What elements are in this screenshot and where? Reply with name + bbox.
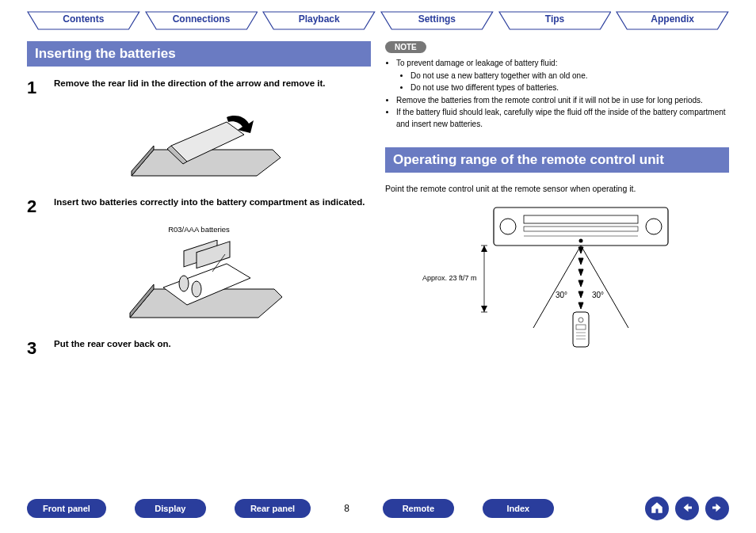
- section-heading-range: Operating range of the remote control un…: [385, 147, 729, 173]
- svg-point-7: [179, 276, 189, 291]
- illustration-insert-batteries: [108, 240, 290, 327]
- svg-marker-21: [578, 247, 583, 253]
- step-text: Remove the rear lid in the direction of …: [54, 78, 371, 90]
- range-instruction: Point the remote control unit at the rem…: [385, 184, 729, 193]
- step-text: Insert two batteries correctly into the …: [54, 196, 371, 209]
- tab-label: Connections: [145, 13, 258, 25]
- left-column: Inserting the batteries 1 Remove the rea…: [27, 41, 371, 367]
- note-sub-item: Do not use two different types of batter…: [410, 82, 729, 94]
- next-page-button[interactable]: [705, 497, 729, 520]
- step-2: 2 Insert two batteries correctly into th…: [27, 196, 371, 217]
- tab-label: Appendix: [616, 13, 729, 25]
- nav-remote[interactable]: Remote: [383, 499, 454, 518]
- note-badge: NOTE: [385, 41, 426, 53]
- svg-marker-24: [578, 280, 583, 287]
- tab-label: Playback: [262, 13, 376, 25]
- svg-marker-37: [481, 306, 487, 312]
- tab-label: Contents: [27, 13, 140, 25]
- prev-page-button[interactable]: [675, 497, 699, 520]
- nav-index[interactable]: Index: [483, 499, 554, 518]
- svg-point-18: [579, 239, 583, 243]
- bottom-nav-bar: Front panel Display Rear panel 8 Remote …: [27, 497, 729, 520]
- svg-point-9: [192, 281, 201, 297]
- note-list: To prevent damage or leakage of battery …: [385, 58, 729, 130]
- step-number: 3: [27, 338, 43, 359]
- arrow-right-icon: [710, 501, 724, 516]
- tab-settings[interactable]: Settings: [380, 11, 494, 30]
- step-3: 3 Put the rear cover back on.: [27, 338, 371, 359]
- distance-label: Approx. 23 ft/7 m: [422, 274, 477, 282]
- right-column: NOTE To prevent damage or leakage of bat…: [385, 41, 729, 367]
- note-sub-item: Do not use a new battery together with a…: [410, 70, 729, 82]
- svg-marker-22: [578, 258, 583, 265]
- svg-marker-26: [578, 303, 583, 309]
- angle-left-label: 30°: [556, 291, 567, 299]
- home-button[interactable]: [645, 497, 669, 520]
- svg-marker-23: [578, 269, 583, 276]
- nav-rear-panel[interactable]: Rear panel: [235, 499, 311, 518]
- svg-marker-0: [132, 150, 281, 176]
- nav-front-panel[interactable]: Front panel: [27, 499, 106, 518]
- step-text: Put the rear cover back on.: [54, 338, 371, 351]
- svg-marker-25: [578, 291, 583, 298]
- section-heading-batteries: Inserting the batteries: [27, 41, 371, 67]
- top-tab-bar: Contents Connections Playback Settings T…: [27, 11, 729, 30]
- step-1: 1 Remove the rear lid in the direction o…: [27, 78, 371, 98]
- tab-playback[interactable]: Playback: [262, 11, 376, 30]
- angle-right-label: 30°: [592, 291, 604, 299]
- svg-marker-36: [481, 246, 487, 252]
- tab-label: Settings: [380, 13, 494, 25]
- note-intro: To prevent damage or leakage of battery …: [396, 58, 729, 70]
- step-number: 1: [27, 78, 43, 98]
- tab-tips[interactable]: Tips: [498, 11, 612, 30]
- battery-type-label: R03/AAA batteries: [27, 225, 371, 234]
- nav-display[interactable]: Display: [135, 499, 206, 518]
- page-number: 8: [339, 503, 354, 514]
- tab-label: Tips: [498, 13, 612, 25]
- tab-contents[interactable]: Contents: [27, 11, 140, 30]
- note-item: Remove the batteries from the remote con…: [396, 95, 729, 107]
- illustration-remove-lid: [108, 106, 290, 185]
- step-number: 2: [27, 196, 43, 217]
- tab-appendix[interactable]: Appendix: [616, 11, 729, 30]
- home-icon: [650, 501, 664, 516]
- arrow-left-icon: [680, 501, 694, 516]
- tab-connections[interactable]: Connections: [145, 11, 258, 30]
- illustration-remote-range: Approx. 23 ft/7 m 30° 30°: [422, 201, 692, 352]
- note-item: If the battery fluid should leak, carefu…: [396, 107, 729, 130]
